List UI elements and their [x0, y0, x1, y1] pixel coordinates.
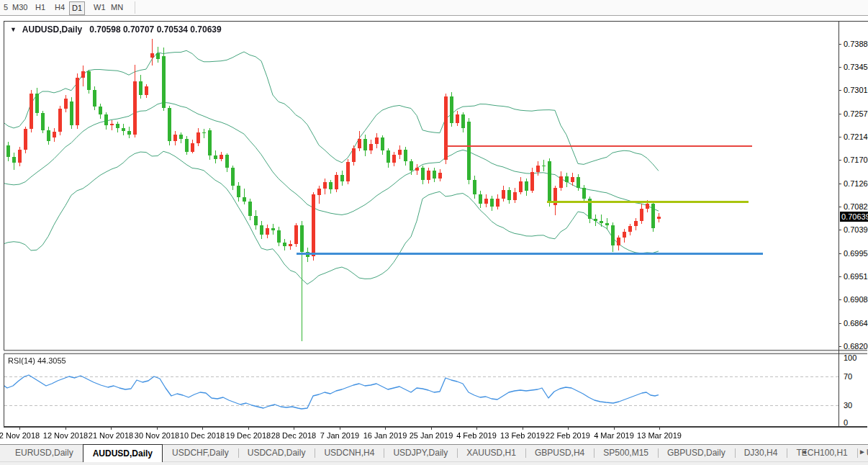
price-axis-label: 0.69510: [844, 273, 868, 281]
price-axis-label: 0.73450: [844, 63, 868, 71]
price-axis-label: 0.70820: [844, 203, 868, 211]
date-axis-label: 13 Mar 2019: [637, 431, 682, 440]
date-axis-label: 2 Nov 2018: [0, 431, 40, 440]
toolbar-separator: [135, 1, 135, 14]
date-axis-tick: [523, 428, 523, 430]
date-axis: 2 Nov 201812 Nov 201821 Nov 201830 Nov 2…: [0, 428, 868, 444]
date-axis-label: 22 Feb 2019: [546, 431, 590, 440]
price-axis-tick: [838, 184, 841, 184]
tab-eurusd-daily[interactable]: EURUSD,Daily: [6, 445, 83, 462]
price-axis-label: 0.72570: [844, 110, 868, 118]
date-axis-tick: [614, 428, 615, 430]
price-chart-canvas[interactable]: [4, 22, 838, 349]
price-axis-label: 0.69080: [844, 296, 868, 304]
trading-platform-window: 5M30H1H4D1W1MN ▼ AUDUSD,Daily 0.70598 0.…: [0, 0, 868, 465]
tab-usdcnh-h4[interactable]: USDCNH,H4: [315, 445, 384, 462]
date-axis-label: 12 Nov 2018: [43, 431, 88, 440]
price-axis-tick: [838, 137, 841, 137]
date-axis-label: 21 Nov 2018: [89, 431, 133, 440]
date-axis-label: 25 Jan 2019: [410, 431, 453, 440]
date-axis-tick: [431, 428, 432, 430]
price-axis-tick: [838, 67, 841, 68]
date-axis-tick: [340, 428, 340, 430]
tab-dj30-h4[interactable]: DJ30,H4: [735, 445, 787, 462]
price-axis-label: 0.73880: [844, 40, 868, 48]
date-axis-tick: [248, 428, 249, 430]
date-axis-label: 7 Jan 2019: [320, 431, 359, 440]
tab-usdjpy-daily[interactable]: USDJPY,Daily: [384, 445, 457, 462]
price-axis-tick: [838, 207, 841, 207]
tab-sp500-m15[interactable]: SP500,M15: [594, 445, 658, 462]
rsi-indicator-label: RSI(14) 44.3055: [8, 356, 66, 365]
timeframe-button-h1[interactable]: H1: [33, 1, 48, 14]
timeframe-button-h4[interactable]: H4: [53, 1, 67, 14]
timeframe-button-mn[interactable]: MN: [109, 1, 125, 14]
date-axis-tick: [385, 428, 386, 430]
date-axis-tick: [111, 428, 112, 430]
date-axis-label: 10 Dec 2018: [180, 431, 225, 440]
price-axis-label: 0.71700: [844, 156, 868, 164]
rsi-top-border: [4, 353, 867, 354]
date-axis-label: 28 Dec 2018: [271, 431, 316, 440]
tab-scroll-left-icon[interactable]: ◄: [800, 448, 808, 456]
date-axis-label: 13 Feb 2019: [500, 431, 545, 440]
ohlc-values: 0.70598 0.70707 0.70534 0.70639: [89, 24, 222, 35]
current-price-badge: 0.70639: [840, 212, 868, 222]
tab-usdchf-daily[interactable]: USDCHF,Daily: [163, 445, 238, 462]
date-axis-tick: [202, 428, 203, 430]
price-axis-separator: [838, 21, 839, 427]
date-axis-tick: [19, 428, 20, 430]
tab-tech100-h1[interactable]: TECH100,H1: [787, 445, 856, 462]
tab-gbpusd-daily[interactable]: GBPUSD,Daily: [658, 445, 735, 462]
rsi-chart-canvas[interactable]: [4, 355, 838, 426]
date-axis-tick: [659, 428, 660, 430]
timeframe-button-m30[interactable]: M30: [10, 1, 30, 14]
tab-audusd-daily[interactable]: AUDUSD,Daily: [83, 444, 163, 462]
price-axis-label: 0.73010: [844, 86, 868, 94]
date-axis-tick: [65, 428, 66, 430]
symbol-ohlc-info[interactable]: ▼ AUDUSD,Daily 0.70598 0.70707 0.70534 0…: [10, 24, 222, 35]
date-axis-tick: [476, 428, 477, 430]
price-axis-label: 0.68200: [844, 343, 868, 351]
price-axis-label: 0.71260: [844, 180, 868, 188]
date-axis-label: 19 Dec 2018: [226, 431, 271, 440]
price-axis-tick: [838, 90, 841, 91]
timeframe-button-d1[interactable]: D1: [69, 1, 85, 15]
date-axis-tick: [294, 428, 294, 430]
price-axis-label: 0.68640: [844, 320, 868, 328]
rsi-axis-label: 30: [844, 402, 852, 410]
rsi-axis-label: 70: [844, 373, 852, 381]
symbol-title: AUDUSD,Daily: [22, 24, 82, 35]
tab-xauusd-h1[interactable]: XAUUSD,H1: [457, 445, 525, 462]
tab-gbpusd-h4[interactable]: GBPUSD,H4: [525, 445, 594, 462]
timeframe-button-w1[interactable]: W1: [91, 1, 108, 14]
date-axis-label: 30 Nov 2018: [135, 431, 179, 440]
rsi-axis-label: 100: [844, 354, 856, 362]
date-axis-label: 16 Jan 2019: [363, 431, 407, 440]
price-axis-tick: [838, 323, 841, 324]
timeframe-toolbar: 5M30H1H4D1W1MN: [0, 0, 868, 16]
price-axis-tick: [838, 346, 841, 347]
date-axis-tick: [157, 428, 158, 430]
chart-tabs: EURUSD,DailyAUDUSD,DailyUSDCHF,DailyUSDC…: [6, 445, 868, 462]
price-axis-tick: [838, 253, 841, 254]
price-axis-tick: [838, 160, 841, 161]
price-axis-tick: [838, 230, 841, 230]
date-axis-label: 4 Feb 2019: [456, 431, 497, 440]
price-axis-label: 0.69950: [844, 250, 868, 258]
tab-scroll-right-icon[interactable]: ►: [859, 448, 866, 456]
price-axis-label: 0.72140: [844, 133, 868, 141]
timeframe-button-5[interactable]: 5: [1, 1, 10, 14]
price-axis-label: 0.70390: [844, 226, 868, 234]
price-axis-tick: [838, 114, 841, 114]
price-axis-tick: [838, 299, 841, 300]
tab-usdcad-daily[interactable]: USDCAD,Daily: [238, 445, 315, 462]
rsi-axis-label: 0: [844, 419, 848, 427]
date-axis-label: 4 Mar 2019: [594, 431, 634, 440]
date-axis-tick: [568, 428, 569, 430]
price-axis-tick: [838, 276, 841, 277]
chevron-down-icon[interactable]: ▼: [10, 26, 17, 33]
price-axis-tick: [838, 44, 841, 45]
